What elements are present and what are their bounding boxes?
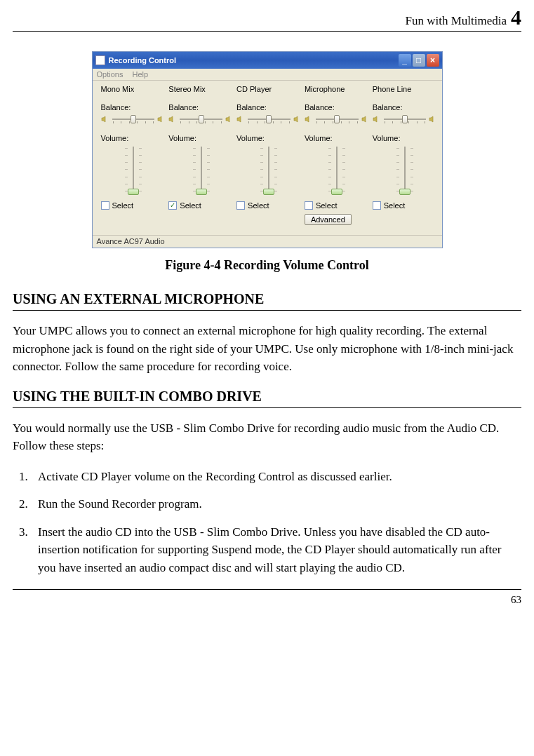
volume-label: Volume: <box>168 134 234 142</box>
select-label: Select <box>180 201 201 210</box>
close-button[interactable]: × <box>427 54 439 67</box>
volume-label: Volume: <box>305 134 370 142</box>
volume-label: Volume: <box>373 134 438 142</box>
speaker-right-icon <box>293 115 302 123</box>
balance-slider[interactable] <box>314 113 360 126</box>
speaker-left-icon <box>236 115 245 123</box>
volume-slider[interactable] <box>236 145 302 194</box>
speaker-left-icon <box>305 115 313 123</box>
balance-slider[interactable] <box>382 113 428 126</box>
select-label: Select <box>112 201 134 210</box>
page-footer: 63 <box>13 589 521 606</box>
select-checkbox[interactable]: ✓ <box>168 201 177 210</box>
select-checkbox[interactable] <box>236 201 245 210</box>
advanced-button[interactable]: Advanced <box>305 214 352 225</box>
speaker-left-icon <box>101 115 109 123</box>
steps-list: Activate CD Player volume on the Recordi… <box>13 468 521 577</box>
step-1: Activate CD Player volume on the Recordi… <box>31 468 521 486</box>
menu-help[interactable]: Help <box>132 70 148 79</box>
channel-phone-line: Phone Line Balance: Volume: Select <box>371 85 439 229</box>
figure-caption: Figure 4-4 Recording Volume Control <box>13 258 521 273</box>
select-label: Select <box>316 201 338 210</box>
step-2: Run the Sound Recorder program. <box>31 495 521 513</box>
balance-label: Balance: <box>373 103 438 112</box>
maximize-button[interactable]: □ <box>413 54 425 67</box>
section-heading-external-mic: USING AN EXTERNAL MICROPHONE <box>13 291 521 311</box>
channel-name: Microphone <box>305 85 370 93</box>
select-label: Select <box>384 201 406 210</box>
balance-slider[interactable] <box>178 113 224 126</box>
balance-label: Balance: <box>168 103 234 112</box>
speaker-right-icon <box>225 115 234 123</box>
volume-label: Volume: <box>236 134 302 142</box>
channel-name: Mono Mix <box>101 85 166 93</box>
speaker-right-icon <box>429 115 437 123</box>
section1-body: Your UMPC allows you to connect an exter… <box>13 322 521 376</box>
volume-slider[interactable] <box>373 145 438 194</box>
balance-label: Balance: <box>236 103 302 112</box>
channel-name: Phone Line <box>373 85 438 93</box>
select-checkbox[interactable] <box>101 201 109 210</box>
step-3: Insert the audio CD into the USB - Slim … <box>31 523 521 577</box>
status-bar: Avance AC97 Audio <box>93 235 442 248</box>
select-label: Select <box>248 201 269 210</box>
speaker-left-icon <box>373 115 381 123</box>
header-label: Fun with Multimedia <box>406 14 507 28</box>
balance-slider[interactable] <box>111 113 156 126</box>
page-number: 63 <box>511 594 521 605</box>
menu-options[interactable]: Options <box>97 70 124 79</box>
volume-slider[interactable] <box>168 145 234 194</box>
header-chapter: 4 <box>511 6 521 29</box>
channel-name: Stereo Mix <box>168 85 234 93</box>
volume-slider[interactable] <box>305 145 370 194</box>
speaker-right-icon <box>157 115 166 123</box>
section-heading-combo-drive: USING THE BUILT-IN COMBO DRIVE <box>13 389 521 408</box>
channel-microphone: Microphone Balance: Volume: Select Advan… <box>303 85 371 229</box>
channel-stereo-mix: Stereo Mix Balance: Volume: ✓ Select <box>167 85 235 229</box>
speaker-right-icon <box>361 115 370 123</box>
window-titlebar[interactable]: Recording Control _ □ × <box>93 52 442 69</box>
channels-row: Mono Mix Balance: Volume: Select Stereo … <box>93 81 442 235</box>
recording-control-window: Recording Control _ □ × Options Help Mon… <box>92 51 443 248</box>
page-header: Fun with Multimedia 4 <box>13 6 521 32</box>
select-checkbox[interactable] <box>305 201 313 210</box>
balance-label: Balance: <box>101 103 166 112</box>
channel-mono-mix: Mono Mix Balance: Volume: Select <box>100 85 168 229</box>
window-title: Recording Control <box>109 56 397 65</box>
app-icon <box>95 55 105 65</box>
balance-label: Balance: <box>305 103 370 112</box>
volume-label: Volume: <box>101 134 166 142</box>
screenshot-figure: Recording Control _ □ × Options Help Mon… <box>13 51 521 248</box>
speaker-left-icon <box>168 115 177 123</box>
section2-intro: You would normally use the USB - Slim Co… <box>13 419 521 455</box>
channel-cd-player: CD Player Balance: Volume: Select <box>235 85 303 229</box>
balance-slider[interactable] <box>246 113 292 126</box>
select-checkbox[interactable] <box>373 201 381 210</box>
volume-slider[interactable] <box>101 145 166 194</box>
menubar: Options Help <box>93 69 442 81</box>
minimize-button[interactable]: _ <box>399 54 411 67</box>
channel-name: CD Player <box>236 85 302 93</box>
